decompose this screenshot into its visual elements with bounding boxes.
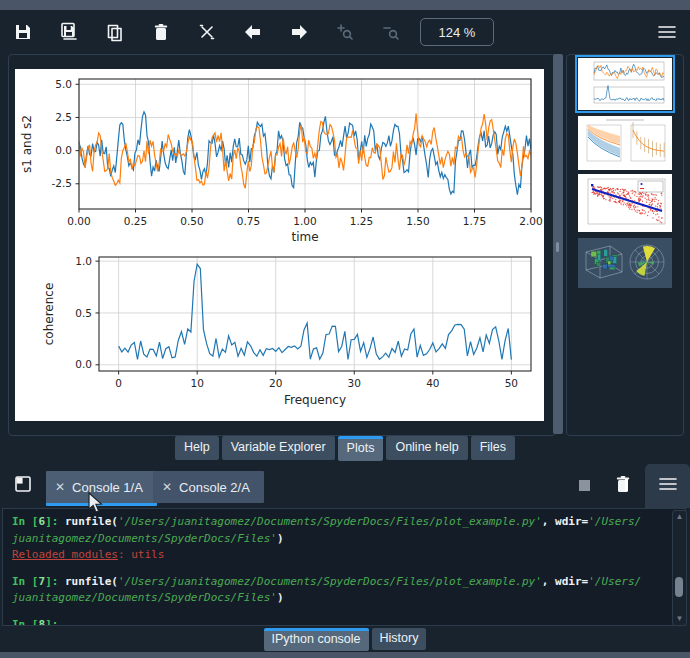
- plot-thumbnails-panel: [566, 54, 684, 436]
- svg-text:30: 30: [348, 377, 361, 389]
- svg-text:0.50: 0.50: [180, 215, 203, 227]
- remove-plot-button[interactable]: [138, 15, 184, 49]
- console-line: In [6]: runfile('/Users/juanitagomez/Doc…: [12, 514, 661, 531]
- plots-toolbar: 124 %: [0, 10, 690, 54]
- save-all-plots-button[interactable]: [46, 15, 92, 49]
- thumbnail-scatter-model[interactable]: [578, 174, 672, 232]
- save-plot-button[interactable]: [0, 15, 46, 49]
- window-top-strip: [0, 0, 690, 10]
- trash-icon: [153, 23, 169, 41]
- zoom-level-value: 124 %: [439, 25, 476, 40]
- interrupt-kernel-button[interactable]: [579, 480, 590, 491]
- svg-text:10: 10: [190, 377, 203, 389]
- console-line: [12, 607, 661, 617]
- tab-online-help-label: Online help: [395, 440, 458, 454]
- console-output-area[interactable]: In [6]: runfile('/Users/juanitagomez/Doc…: [2, 508, 686, 626]
- thumbnail-signals-coherence[interactable]: [578, 58, 672, 110]
- plots-pane: 0.000.250.500.751.001.251.501.752.00-2.5…: [8, 54, 556, 436]
- tab-files-label: Files: [480, 440, 506, 454]
- svg-text:1.75: 1.75: [463, 215, 486, 227]
- tab-files[interactable]: Files: [471, 436, 515, 460]
- console-scrollbar[interactable]: ▲ ▼: [672, 510, 687, 626]
- save-icon: [14, 23, 32, 41]
- arrow-right-icon: [290, 24, 308, 40]
- pane-tab-bar: Help Variable Explorer Plots Online help…: [0, 436, 690, 464]
- matplotlib-figure[interactable]: 0.000.250.500.751.001.251.501.752.00-2.5…: [15, 69, 544, 421]
- svg-text:1.00: 1.00: [293, 215, 316, 227]
- zoom-out-icon: [382, 23, 400, 41]
- zoom-in-icon: [336, 23, 354, 41]
- console-tab-1[interactable]: ✕ Console 1/A: [46, 471, 157, 506]
- tab-help-label: Help: [184, 440, 210, 454]
- tab-history[interactable]: History: [372, 628, 427, 650]
- svg-text:20: 20: [269, 377, 282, 389]
- console-line: Reloaded modules: utils: [12, 547, 661, 564]
- arrow-left-icon: [244, 24, 262, 40]
- remove-variables-button[interactable]: [612, 474, 634, 498]
- new-console-button[interactable]: [12, 475, 34, 497]
- thumbnail-percentile-bands[interactable]: [578, 116, 672, 170]
- tab-variable-explorer-label: Variable Explorer: [231, 440, 326, 454]
- svg-text:1.0: 1.0: [75, 255, 92, 267]
- svg-text:Frequency: Frequency: [284, 393, 346, 407]
- tab-ipython-console[interactable]: IPython console: [264, 628, 369, 651]
- save-all-icon: [59, 22, 79, 42]
- svg-text:-2.5: -2.5: [52, 177, 73, 189]
- copy-plot-button[interactable]: [92, 15, 138, 49]
- svg-text:40: 40: [426, 377, 439, 389]
- hamburger-icon: [658, 25, 676, 39]
- thumbnail-3d-polar[interactable]: [578, 238, 672, 288]
- close-all-icon: [198, 23, 216, 41]
- previous-plot-button[interactable]: [230, 15, 276, 49]
- console-options-menu-button[interactable]: [645, 464, 690, 508]
- tab-history-label: History: [380, 631, 419, 645]
- spyder-window: { "app": { "accent": "#2d9bf0", "blue": …: [0, 0, 690, 658]
- window-bottom-strip: [0, 652, 690, 658]
- trash-icon: [615, 475, 631, 497]
- plots-options-menu-button[interactable]: [644, 15, 690, 49]
- svg-text:0: 0: [115, 377, 122, 389]
- scrollbar-grip: [556, 242, 559, 252]
- svg-text:0.0: 0.0: [75, 358, 92, 370]
- svg-text:coherence: coherence: [42, 283, 56, 346]
- console-scrollbar-thumb[interactable]: [675, 577, 683, 597]
- zoom-level-display[interactable]: 124 %: [420, 18, 494, 46]
- svg-text:time: time: [291, 230, 318, 244]
- close-tab-icon[interactable]: ✕: [55, 480, 65, 494]
- console-tab-2[interactable]: ✕ Console 2/A: [153, 471, 264, 503]
- plots-vertical-scrollbar[interactable]: [553, 54, 563, 434]
- svg-text:2.5: 2.5: [55, 111, 72, 123]
- zoom-in-button[interactable]: [322, 15, 368, 49]
- close-tab-icon[interactable]: ✕: [162, 480, 172, 494]
- console-tab-2-label: Console 2/A: [179, 480, 250, 495]
- svg-text:2.00: 2.00: [519, 215, 542, 227]
- tab-variable-explorer[interactable]: Variable Explorer: [222, 436, 335, 460]
- console-line: In [7]: runfile('/Users/juanitagomez/Doc…: [12, 574, 661, 591]
- svg-text:s1 and s2: s1 and s2: [20, 115, 34, 173]
- remove-all-plots-button[interactable]: [184, 15, 230, 49]
- console-tab-1-label: Console 1/A: [72, 480, 143, 495]
- zoom-out-button[interactable]: [368, 15, 414, 49]
- tab-ipython-console-label: IPython console: [272, 632, 361, 646]
- next-plot-button[interactable]: [276, 15, 322, 49]
- figure-canvas: 0.000.250.500.751.001.251.501.752.00-2.5…: [15, 69, 544, 421]
- svg-text:50: 50: [505, 377, 518, 389]
- console-line: juanitagomez/Documents/SpyderDocs/Files'…: [12, 531, 661, 548]
- console-panel-icon: [14, 475, 32, 497]
- console-tab-bar: ✕ Console 1/A ✕ Console 2/A: [0, 464, 690, 508]
- scroll-down-arrow[interactable]: ▼: [673, 614, 686, 624]
- console-pane: ✕ Console 1/A ✕ Console 2/A In [6]: runf…: [0, 464, 690, 652]
- tab-plots-label: Plots: [347, 441, 375, 455]
- svg-text:0.75: 0.75: [237, 215, 260, 227]
- svg-text:1.50: 1.50: [406, 215, 429, 227]
- copy-icon: [106, 23, 124, 42]
- tab-plots[interactable]: Plots: [338, 436, 384, 461]
- tab-help[interactable]: Help: [175, 436, 219, 460]
- svg-text:0.0: 0.0: [55, 144, 72, 156]
- svg-text:0.5: 0.5: [75, 307, 92, 319]
- tab-online-help[interactable]: Online help: [386, 436, 467, 460]
- svg-text:0.00: 0.00: [67, 215, 90, 227]
- console-line: juanitagomez/Documents/SpyderDocs/Files'…: [12, 590, 661, 607]
- scroll-up-arrow[interactable]: ▲: [673, 512, 686, 522]
- svg-text:1.25: 1.25: [350, 215, 373, 227]
